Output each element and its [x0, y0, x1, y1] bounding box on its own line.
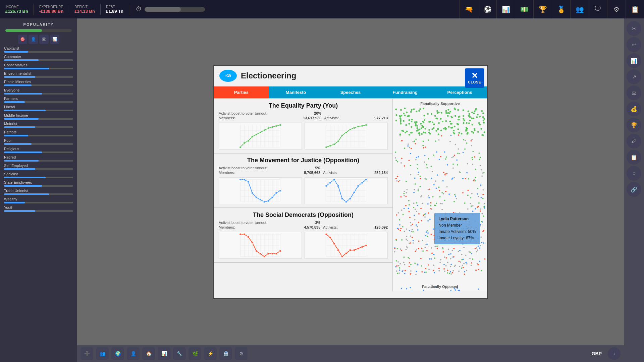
svg-point-107: [365, 178, 367, 180]
rs-icon-1[interactable]: ✂: [627, 21, 641, 36]
sidebar-item-state-employees[interactable]: State Employees: [0, 179, 77, 188]
bb-icon-7[interactable]: 🔧: [173, 347, 186, 360]
members-chart-2: [219, 232, 302, 259]
svg-point-126: [247, 236, 249, 238]
rs-icon-11[interactable]: 🔗: [627, 182, 641, 197]
sb-icon-4[interactable]: 📊: [50, 35, 59, 44]
svg-point-98: [329, 182, 331, 184]
rs-icon-6[interactable]: 💰: [627, 102, 641, 116]
sidebar-item-environmentalist[interactable]: Environmentalist: [0, 70, 77, 79]
svg-point-74: [255, 196, 257, 198]
progress-bar-wrap: [145, 7, 205, 12]
trophy-icon[interactable]: 🏆: [533, 0, 552, 18]
rs-icon-8[interactable]: 🖊: [627, 134, 641, 148]
sidebar-item-ethnic-minorities[interactable]: Ethnic Minorities: [0, 79, 77, 87]
sidebar-item-bar: [4, 76, 73, 78]
sidebar-item-fill: [4, 51, 28, 53]
svg-point-132: [271, 252, 273, 254]
svg-point-23: [267, 127, 269, 129]
bb-icon-5[interactable]: 🏠: [142, 347, 155, 360]
activists-chart-2: [305, 232, 388, 259]
svg-point-49: [349, 128, 351, 130]
sidebar-item-patriots[interactable]: Patriots: [0, 129, 77, 137]
sidebar-item-trade-unionist[interactable]: Trade Unionist: [0, 188, 77, 196]
rs-icon-7[interactable]: 🏆: [627, 118, 641, 132]
bb-icon-8[interactable]: 🌿: [189, 347, 201, 360]
shield-icon[interactable]: 🛡: [589, 0, 607, 18]
sidebar-item-conservatives[interactable]: Conservatives: [0, 62, 77, 70]
party-section-1: The Movement for Justice (Opposition) Ac…: [214, 154, 392, 208]
expenditure-stat: EXPENDITURE -£138.86 Bn: [34, 4, 69, 15]
dollar-icon[interactable]: 💵: [515, 0, 533, 18]
svg-point-43: [325, 146, 327, 148]
rs-icon-3[interactable]: 📊: [627, 53, 641, 68]
close-button[interactable]: ✕ CLOSE: [465, 68, 484, 88]
sidebar-item-self-employed[interactable]: Self Employed: [0, 163, 77, 171]
sidebar-item-liberal[interactable]: Liberal: [0, 104, 77, 112]
bb-icon-last[interactable]: ↕: [608, 347, 621, 360]
tab-speeches[interactable]: Speeches: [323, 86, 378, 98]
sidebar-item-youth[interactable]: Youth: [0, 204, 77, 213]
close-label: CLOSE: [468, 80, 481, 84]
svg-point-103: [349, 197, 351, 199]
chart-icon[interactable]: 📊: [496, 0, 515, 18]
gun-icon[interactable]: 🔫: [460, 0, 478, 18]
doc-icon[interactable]: 📋: [626, 0, 644, 18]
bb-icon-6[interactable]: 📊: [158, 347, 170, 360]
people-icon[interactable]: 👥: [570, 0, 589, 18]
sidebar-item-commuter[interactable]: Commuter: [0, 54, 77, 62]
right-sidebar: ✂ ↩ 📊 ↗ ⚖ 💰 🏆 🖊 📋 ↕ 🔗: [624, 18, 644, 362]
svg-point-18: [247, 140, 249, 142]
bb-icon-1[interactable]: ➕: [80, 347, 93, 360]
income-label: INCOME: [5, 5, 28, 9]
rs-icon-4[interactable]: ↗: [627, 69, 641, 84]
tab-perceptions[interactable]: Perceptions: [432, 86, 487, 98]
gear-icon[interactable]: ⚙: [607, 0, 626, 18]
sidebar-item-religious[interactable]: Religious: [0, 146, 77, 154]
sidebar-item-motorist[interactable]: Motorist: [0, 121, 77, 129]
tab-manifesto[interactable]: Manifesto: [269, 86, 323, 98]
rs-icon-10[interactable]: ↕: [627, 166, 641, 181]
charts-row-1: [219, 177, 388, 204]
soccer-icon[interactable]: ⚽: [478, 0, 496, 18]
tab-fundraising[interactable]: Fundraising: [378, 86, 432, 98]
party-stats-0: Activist boost to voter turnout: 20% Mem…: [219, 111, 388, 120]
rs-icon-9[interactable]: 📋: [627, 150, 641, 165]
svg-point-19: [251, 135, 253, 137]
bb-icon-11[interactable]: ⚙: [235, 347, 248, 360]
sidebar-item-poor[interactable]: Poor: [0, 137, 77, 146]
sb-icon-1[interactable]: 🎯: [18, 35, 27, 44]
rs-icon-5[interactable]: ⚖: [627, 85, 641, 100]
bb-icon-9[interactable]: ⚡: [204, 347, 217, 360]
svg-point-131: [267, 252, 269, 254]
svg-point-99: [333, 178, 335, 180]
sidebar-item-farmers[interactable]: Farmers: [0, 96, 77, 104]
svg-point-76: [263, 201, 265, 203]
sidebar-item-wealthy[interactable]: Wealthy: [0, 196, 77, 204]
sb-icon-2[interactable]: 👤: [29, 35, 38, 44]
sidebar-item-everyone[interactable]: Everyone: [0, 87, 77, 96]
bb-icon-2[interactable]: 👥: [96, 347, 109, 360]
bb-icon-10[interactable]: 🏦: [219, 347, 232, 360]
svg-point-52: [361, 125, 363, 127]
bb-icon-3[interactable]: 🌍: [111, 347, 124, 360]
svg-point-71: [243, 178, 245, 180]
sidebar-item-fill: [4, 160, 39, 162]
tab-parties[interactable]: Parties: [214, 86, 269, 98]
svg-point-70: [239, 178, 241, 180]
sb-icon-3[interactable]: 🏛: [39, 35, 49, 44]
sidebar-item-fill: [4, 68, 49, 69]
sidebar-item-label: Ethnic Minorities: [4, 80, 73, 84]
sidebar-item-retired[interactable]: Retired: [0, 154, 77, 163]
bb-icon-4[interactable]: 👤: [127, 347, 140, 360]
modal-header: ×15 Electioneering ✕ CLOSE: [214, 66, 487, 86]
sidebar-item-capitalist[interactable]: Capitalist: [0, 45, 77, 54]
sidebar-item-bar: [4, 193, 73, 195]
sidebar-item-label: Capitalist: [4, 46, 73, 50]
sidebar-item-middle-income[interactable]: Middle Income: [0, 112, 77, 121]
trophy2-icon[interactable]: 🏅: [552, 0, 570, 18]
party-stats-1: Activist boost to voter turnout: 5% Memb…: [219, 166, 388, 175]
rs-icon-2[interactable]: ↩: [627, 37, 641, 52]
sidebar-item-socialist[interactable]: Socialist: [0, 171, 77, 179]
dot-panel-bottom-label: Fanatically Opposed: [393, 285, 487, 289]
